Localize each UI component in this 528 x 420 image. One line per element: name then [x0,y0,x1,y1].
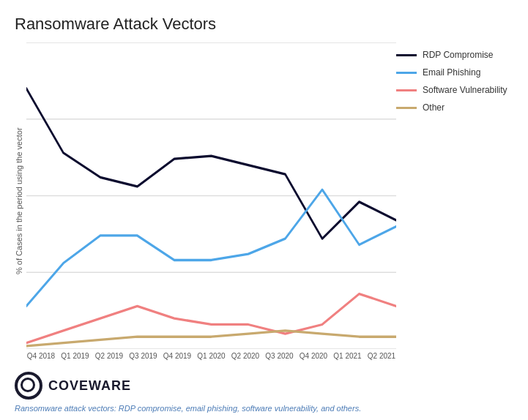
legend-line-email [396,72,417,74]
x-label-7: Q3 2020 [265,352,294,360]
x-label-6: Q2 2020 [231,352,260,360]
main-container: Ransomware Attack Vectors % of Cases in … [0,0,528,420]
x-label-10: Q2 2021 [367,352,396,360]
chart-area: % of Cases in the period using the vecto… [15,42,513,360]
logo: COVEWARE [15,372,131,400]
legend-item-email: Email Phishing [396,67,513,78]
legend-label-email: Email Phishing [423,67,480,78]
legend-label-other: Other [423,102,445,113]
legend: RDP Compromise Email Phishing Software V… [396,42,513,349]
x-label-4: Q4 2019 [163,352,192,360]
legend-item-software: Software Vulnerability [396,85,513,95]
legend-line-software [396,89,417,91]
x-label-9: Q1 2021 [333,352,362,360]
x-label-5: Q1 2020 [197,352,226,360]
legend-label-rdp: RDP Compromise [423,50,493,60]
logo-text: COVEWARE [48,378,131,394]
legend-line-rdp [396,54,417,56]
x-label-3: Q3 2019 [129,352,158,360]
y-axis-label: % of Cases in the period using the vecto… [15,42,23,360]
logo-icon [15,372,42,400]
caption: Ransomware attack vectors: RDP compromis… [15,404,513,413]
legend-line-other [396,107,417,109]
chart-main: 100.0% 75.0% 50.0% 25.0% 0.0% [26,42,513,360]
legend-item-other: Other [396,102,513,113]
legend-label-software: Software Vulnerability [423,85,507,95]
legend-item-rdp: RDP Compromise [396,50,513,60]
footer: COVEWARE [15,367,513,400]
x-label-8: Q4 2020 [299,352,328,360]
x-axis-labels: Q4 2018 Q1 2019 Q2 2019 Q3 2019 Q4 2019 … [26,349,513,360]
x-label-2: Q2 2019 [94,352,124,360]
chart-title: Ransomware Attack Vectors [15,15,513,34]
chart-with-legend: 100.0% 75.0% 50.0% 25.0% 0.0% [26,42,513,349]
chart-svg: 100.0% 75.0% 50.0% 25.0% 0.0% [26,42,396,349]
x-label-1: Q1 2019 [61,352,90,360]
x-label-0: Q4 2018 [26,352,56,360]
chart-plot: 100.0% 75.0% 50.0% 25.0% 0.0% [26,42,396,349]
